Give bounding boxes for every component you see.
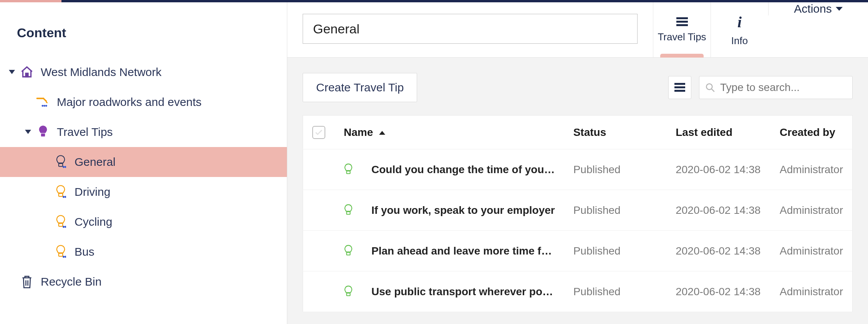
item-status: Published <box>564 231 667 271</box>
bulb-icon <box>344 164 353 176</box>
home-icon <box>16 65 38 79</box>
sidebar-title: Content <box>0 2 287 57</box>
svg-line-27 <box>711 89 714 92</box>
tree-node-bus[interactable]: Bus <box>0 237 287 267</box>
item-last-edited: 2020-06-02 14:38 <box>666 271 770 312</box>
tree-node-traveltips[interactable]: Travel Tips <box>0 117 287 147</box>
tab-info[interactable]: i Info <box>711 2 768 57</box>
svg-point-5 <box>43 105 45 107</box>
list-area: Create Travel Tip <box>287 58 868 324</box>
svg-point-26 <box>706 84 712 89</box>
svg-rect-14 <box>59 223 63 226</box>
column-created-by[interactable]: Created by <box>770 116 852 149</box>
info-icon: i <box>737 13 742 31</box>
item-created-by: Administrator <box>770 271 852 312</box>
item-status: Published <box>564 149 667 190</box>
bulb-icon <box>50 185 71 199</box>
main: Travel Tips i Info Actions Create Travel… <box>287 2 868 324</box>
tree-label: West Midlands Network <box>38 66 162 79</box>
svg-point-18 <box>63 256 65 258</box>
tree-node-general[interactable]: General <box>0 147 287 177</box>
bulb-icon <box>344 204 353 217</box>
table-row[interactable]: Use public transport wherever po…Publish… <box>303 271 853 312</box>
chevron-down-icon <box>836 7 843 11</box>
topbar: Travel Tips i Info Actions <box>287 2 868 58</box>
svg-rect-23 <box>674 83 685 85</box>
search-icon <box>705 83 715 93</box>
create-travel-tip-button[interactable]: Create Travel Tip <box>303 73 417 102</box>
svg-marker-6 <box>25 130 31 134</box>
item-name: Use public transport wherever po… <box>371 286 553 298</box>
select-all-checkbox[interactable] <box>312 126 325 139</box>
bulb-icon <box>32 125 54 139</box>
item-name: If you work, speak to your employer <box>371 204 555 217</box>
svg-rect-1 <box>26 73 28 77</box>
content-tree: West Midlands Network Major roadworks an… <box>0 57 287 297</box>
item-status: Published <box>564 271 667 312</box>
svg-rect-24 <box>674 86 685 88</box>
item-created-by: Administrator <box>770 190 852 231</box>
svg-marker-0 <box>9 70 15 74</box>
svg-point-4 <box>45 105 47 107</box>
list-icon <box>676 17 689 27</box>
item-name: Plan ahead and leave more time f… <box>371 245 552 257</box>
svg-rect-8 <box>59 164 63 167</box>
tree-node-driving[interactable]: Driving <box>0 177 287 207</box>
svg-rect-30 <box>346 252 350 255</box>
table-row[interactable]: If you work, speak to your employerPubli… <box>303 190 853 231</box>
sort-asc-icon <box>379 131 385 135</box>
table-row[interactable]: Could you change the time of you…Publish… <box>303 149 853 190</box>
svg-rect-21 <box>676 21 688 23</box>
svg-rect-20 <box>676 17 688 19</box>
item-last-edited: 2020-06-02 14:38 <box>666 231 770 271</box>
bulb-icon <box>344 286 353 298</box>
tree-label: Cycling <box>71 215 112 228</box>
tree-label: Recycle Bin <box>38 275 101 288</box>
tree-label: Travel Tips <box>54 126 113 139</box>
tree-label: Bus <box>71 245 94 258</box>
svg-point-19 <box>65 256 66 258</box>
column-name[interactable]: Name <box>335 116 564 149</box>
svg-rect-29 <box>346 212 350 214</box>
item-status: Published <box>564 190 667 231</box>
bulb-icon <box>50 245 71 259</box>
trash-icon <box>16 275 38 289</box>
svg-point-12 <box>63 196 65 198</box>
svg-rect-11 <box>59 193 63 197</box>
sidebar: Content West Midlands Network Major road… <box>0 2 287 324</box>
svg-rect-17 <box>59 253 63 256</box>
bulb-icon <box>50 155 71 169</box>
svg-rect-28 <box>346 171 350 174</box>
list-icon <box>674 83 685 92</box>
tree-label: General <box>71 155 116 169</box>
item-last-edited: 2020-06-02 14:38 <box>666 149 770 190</box>
column-status[interactable]: Status <box>564 116 667 149</box>
search-input[interactable] <box>699 76 853 99</box>
actions-button[interactable]: Actions <box>768 2 868 15</box>
layout-toggle-button[interactable] <box>668 76 691 99</box>
tree-node-roadworks[interactable]: Major roadworks and events <box>0 87 287 117</box>
table-row[interactable]: Plan ahead and leave more time f…Publish… <box>303 231 853 271</box>
caret-down-icon[interactable] <box>24 130 32 134</box>
svg-point-16 <box>65 226 66 228</box>
page-title-input[interactable] <box>303 14 638 44</box>
caret-down-icon[interactable] <box>8 70 16 74</box>
bulb-icon <box>50 215 71 229</box>
tab-label: Info <box>731 35 748 47</box>
item-last-edited: 2020-06-02 14:38 <box>666 190 770 231</box>
svg-point-13 <box>65 196 66 198</box>
actions-label: Actions <box>794 2 832 15</box>
svg-rect-31 <box>346 293 350 296</box>
item-created-by: Administrator <box>770 149 852 190</box>
column-last-edited[interactable]: Last edited <box>666 116 770 149</box>
roadworks-icon <box>32 96 54 108</box>
tree-node-root[interactable]: West Midlands Network <box>0 57 287 87</box>
tab-travel-tips[interactable]: Travel Tips <box>653 2 711 57</box>
tree-node-cycling[interactable]: Cycling <box>0 207 287 237</box>
item-name: Could you change the time of you… <box>371 164 555 176</box>
tree-label: Driving <box>71 185 110 198</box>
svg-rect-7 <box>41 134 45 137</box>
item-created-by: Administrator <box>770 231 852 271</box>
tree-node-recycle[interactable]: Recycle Bin <box>0 267 287 297</box>
svg-point-9 <box>63 166 65 168</box>
